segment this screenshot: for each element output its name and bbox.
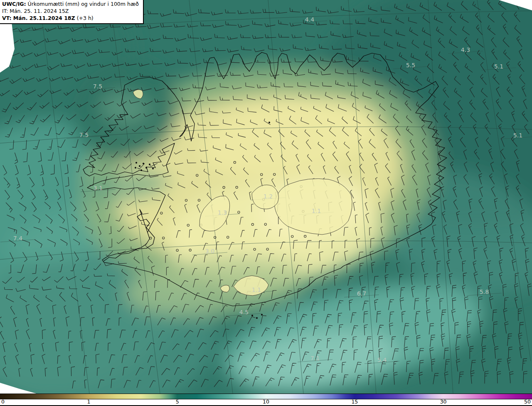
- contour-label: 1.2: [264, 193, 273, 200]
- contour-label: 5.1: [494, 63, 503, 70]
- colorbar-tick-label: 5: [176, 399, 179, 405]
- colorbar-tick-label: 15: [351, 399, 358, 405]
- valid-time-offset: (+3 h): [77, 15, 94, 21]
- contour-label: 7.5: [93, 83, 102, 90]
- colorbar-tick-label: 50: [524, 399, 531, 405]
- product-title: Úrkomumætti (mm) og vindur i 100m hæð: [28, 1, 139, 7]
- colorbar-tick-label: 30: [440, 399, 447, 405]
- colorbar-tick-label: 0: [1, 399, 5, 405]
- contour-label: 7.1: [310, 355, 320, 362]
- contour-label: 3.0: [205, 248, 214, 254]
- contour-label: 5.4: [377, 357, 387, 363]
- contour-label: 1.1: [312, 208, 321, 214]
- contour-label: 7.4: [13, 235, 22, 242]
- precipitation-colorbar: 01510153050: [0, 394, 532, 406]
- contour-label: 4.4: [305, 16, 314, 23]
- contour-label: 5.5: [406, 62, 415, 68]
- colorbar-tick-label: 1: [87, 399, 90, 405]
- contour-label: 4.3: [461, 46, 470, 53]
- contour-label: 3.1: [94, 185, 103, 191]
- map-title-box: UWC/IG: Úrkomumætti (mm) og vindur i 100…: [0, 0, 144, 24]
- title-line-init-time: IT: Mán. 25. 11. 2024 15Z: [2, 8, 139, 15]
- contour-label: 1.3: [218, 209, 227, 216]
- weather-forecast-page: 4.44.35.55.17.57.55.13.11.21.11.37.43.01…: [0, 0, 532, 406]
- contour-label: 5.1: [513, 132, 522, 139]
- contour-label: 6.7: [357, 290, 366, 297]
- title-line-product: UWC/IG: Úrkomumætti (mm) og vindur i 100…: [2, 1, 139, 8]
- weather-map: 4.44.35.55.17.57.55.13.11.21.11.37.43.01…: [0, 0, 532, 394]
- contour-label: 7.5: [79, 132, 89, 138]
- title-line-valid-time: VT: Mán. 25.11.2024 18Z (+3 h): [2, 15, 139, 22]
- contour-label: 4.5: [239, 309, 249, 316]
- contour-label: 1.1: [252, 286, 261, 293]
- product-label: UWC/IG:: [2, 1, 26, 7]
- contour-label: 5.8: [480, 289, 489, 295]
- colorbar-tick-label: 10: [263, 399, 269, 405]
- valid-time: VT: Mán. 25.11.2024 18Z: [2, 15, 75, 21]
